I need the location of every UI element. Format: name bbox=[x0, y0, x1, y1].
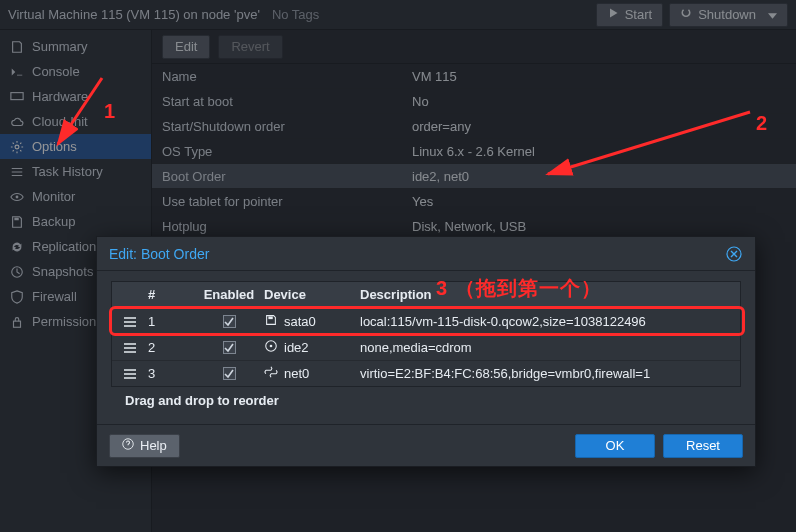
drag-handle-icon[interactable] bbox=[112, 368, 148, 380]
modal-header: Edit: Boot Order bbox=[97, 237, 755, 271]
drag-handle-icon[interactable] bbox=[112, 342, 148, 354]
col-num: # bbox=[148, 287, 194, 302]
table-row[interactable]: 1 sata0 local:115/vm-115-disk-0.qcow2,si… bbox=[112, 308, 740, 334]
close-icon[interactable] bbox=[725, 245, 743, 263]
drag-hint: Drag and drop to reorder bbox=[111, 387, 741, 408]
device-name: sata0 bbox=[284, 314, 316, 329]
row-num: 3 bbox=[148, 366, 194, 381]
help-icon bbox=[122, 438, 134, 453]
enabled-checkbox[interactable] bbox=[223, 367, 236, 380]
help-label: Help bbox=[140, 438, 167, 453]
net-icon bbox=[264, 365, 278, 382]
drag-handle-icon[interactable] bbox=[112, 316, 148, 328]
boot-order-table: # Enabled Device Description 1 sata0 loc… bbox=[111, 281, 741, 387]
col-device: Device bbox=[264, 287, 360, 302]
row-num: 2 bbox=[148, 340, 194, 355]
table-row[interactable]: 2 ide2 none,media=cdrom bbox=[112, 334, 740, 360]
modal-title: Edit: Boot Order bbox=[109, 246, 209, 262]
cd-icon bbox=[264, 339, 278, 356]
help-button[interactable]: Help bbox=[109, 434, 180, 458]
device-desc: none,media=cdrom bbox=[360, 340, 740, 355]
col-description: Description bbox=[360, 287, 740, 302]
edit-boot-order-modal: Edit: Boot Order # Enabled Device Descri… bbox=[96, 236, 756, 467]
svg-rect-7 bbox=[268, 317, 272, 320]
enabled-checkbox[interactable] bbox=[223, 341, 236, 354]
device-name: net0 bbox=[284, 366, 309, 381]
reset-label: Reset bbox=[686, 438, 720, 453]
enabled-checkbox[interactable] bbox=[223, 315, 236, 328]
reset-button[interactable]: Reset bbox=[663, 434, 743, 458]
ok-label: OK bbox=[606, 438, 625, 453]
row-num: 1 bbox=[148, 314, 194, 329]
ok-button[interactable]: OK bbox=[575, 434, 655, 458]
table-row[interactable]: 3 net0 virtio=E2:BF:B4:FC:68:56,bridge=v… bbox=[112, 360, 740, 386]
device-desc: virtio=E2:BF:B4:FC:68:56,bridge=vmbr0,fi… bbox=[360, 366, 740, 381]
table-header: # Enabled Device Description bbox=[112, 282, 740, 308]
svg-point-9 bbox=[270, 345, 273, 348]
device-name: ide2 bbox=[284, 340, 309, 355]
modal-footer: Help OK Reset bbox=[97, 424, 755, 466]
col-enabled: Enabled bbox=[194, 287, 264, 302]
disk-icon bbox=[264, 313, 278, 330]
device-desc: local:115/vm-115-disk-0.qcow2,size=10381… bbox=[360, 314, 740, 329]
